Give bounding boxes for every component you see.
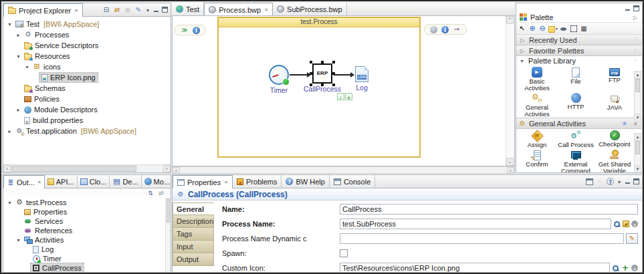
- pin-icon[interactable]: [631, 36, 639, 44]
- sort-icon[interactable]: [146, 189, 154, 197]
- scroll-left-icon[interactable]: ‹: [173, 167, 180, 173]
- general-activities-confirm[interactable]: Confirm: [518, 150, 556, 173]
- focus-icon[interactable]: [124, 6, 132, 14]
- scrollbar-track[interactable]: [180, 167, 507, 173]
- outline-item-test-process[interactable]: ▾test.Process: [3, 198, 171, 207]
- scroll-up-icon[interactable]: ⌃: [506, 16, 514, 24]
- close-icon[interactable]: ✕: [264, 7, 268, 13]
- general-activities-get-shared-variable[interactable]: Get Shared Variable: [595, 150, 634, 173]
- search-icon[interactable]: [612, 265, 619, 272]
- scroll-up-icon[interactable]: ▴: [635, 134, 641, 141]
- scrollbar-thumb[interactable]: [635, 141, 640, 154]
- general-activities-header[interactable]: General Activities: [516, 118, 642, 129]
- new-view-icon[interactable]: [586, 178, 593, 185]
- minimize-icon[interactable]: [625, 178, 631, 184]
- grid-icon[interactable]: [580, 25, 588, 33]
- palette-section-recently-used[interactable]: Recently Used: [516, 35, 642, 45]
- edit-icon[interactable]: [134, 6, 142, 14]
- outline-tab-clo[interactable]: Clo...: [78, 175, 110, 188]
- close-icon[interactable]: ✕: [224, 180, 228, 185]
- project-explorer-horizontal-scrollbar[interactable]: ‹ ›: [3, 164, 171, 172]
- help-icon[interactable]: [607, 178, 614, 185]
- pin-icon[interactable]: [631, 57, 639, 65]
- palette-section-favorite-palettes[interactable]: Favorite Palettes: [516, 45, 642, 56]
- properties-tab-bw-help[interactable]: BW Help: [282, 175, 329, 188]
- search-icon[interactable]: [613, 221, 621, 228]
- link-icon[interactable]: [157, 189, 165, 197]
- properties-subtab-input[interactable]: Input: [173, 241, 214, 253]
- custom-icon-input[interactable]: [340, 263, 610, 273]
- pin-icon[interactable]: [596, 178, 604, 186]
- collapse-arrow-icon[interactable]: ▾: [15, 237, 22, 243]
- outline-vertical-scrollbar[interactable]: [165, 198, 171, 272]
- minimize-icon[interactable]: [153, 7, 159, 13]
- project-explorer-item-test[interactable]: ▾Test[BW6 AppSpace]: [3, 19, 171, 29]
- scroll-down-icon[interactable]: ▾: [635, 165, 641, 172]
- info-icon[interactable]: [441, 26, 449, 33]
- marquee-icon[interactable]: [570, 25, 578, 33]
- project-explorer-item-test-application[interactable]: ▸Test.application[BW6 AppSpace]: [3, 126, 171, 136]
- add-badge-icon[interactable]: [345, 93, 352, 100]
- editor-tab-test[interactable]: Test: [172, 3, 204, 15]
- collapse-all-icon[interactable]: [102, 6, 110, 14]
- connection-icon[interactable]: [560, 25, 568, 33]
- maximize-icon[interactable]: [633, 5, 639, 11]
- outline-item-activities[interactable]: ▾Activities: [3, 235, 171, 245]
- palette-library-basic-activities[interactable]: Basic Activities: [518, 67, 556, 92]
- canvas-vertical-scrollbar[interactable]: ⌃ ⌄: [506, 16, 514, 166]
- palette-library-java[interactable]: JAVA: [595, 93, 634, 118]
- general-activities-external-command[interactable]: External Command: [556, 150, 595, 173]
- expand-arrow-icon[interactable]: ▸: [15, 107, 22, 113]
- project-explorer-item-erp-icon-png[interactable]: ERP Icon.png: [3, 72, 171, 83]
- scroll-down-icon[interactable]: ⌄: [506, 158, 514, 166]
- properties-tab-properties[interactable]: Properties✕: [173, 175, 233, 188]
- canvas-node-timer[interactable]: Timer: [255, 65, 302, 94]
- formula-button-icon[interactable]: [626, 233, 638, 244]
- palette-library-file[interactable]: File: [556, 67, 595, 92]
- close-icon[interactable]: [631, 120, 639, 128]
- process-name-input[interactable]: [340, 219, 611, 229]
- outline-item-services[interactable]: Services: [3, 217, 171, 226]
- close-icon[interactable]: ✕: [37, 180, 41, 185]
- name-input[interactable]: [340, 204, 638, 215]
- web-icon[interactable]: [430, 26, 437, 33]
- outline-tab-api[interactable]: API...: [45, 175, 78, 188]
- scroll-left-icon[interactable]: ‹: [3, 165, 11, 172]
- scroll-right-icon[interactable]: ›: [507, 167, 514, 173]
- start-icon[interactable]: [181, 26, 189, 34]
- note-icon[interactable]: [548, 25, 558, 33]
- edit-badge-icon[interactable]: [337, 93, 344, 100]
- outline-tab-out[interactable]: Out...✕: [3, 175, 45, 188]
- outline-item-timer[interactable]: Timer: [3, 254, 171, 263]
- outline-item-log[interactable]: Log: [3, 245, 171, 254]
- spawn-checkbox[interactable]: [340, 249, 348, 257]
- outline-tab-mo[interactable]: Mo...: [142, 175, 171, 188]
- process-name-dynamic-c-input[interactable]: [340, 233, 624, 244]
- scroll-right-icon[interactable]: ›: [163, 165, 171, 172]
- outline-item-callprocess[interactable]: CallProcess: [3, 263, 171, 273]
- general-activities-checkpoint[interactable]: Checkpoint: [595, 130, 634, 148]
- select-cursor-icon[interactable]: [518, 25, 526, 33]
- properties-tab-problems[interactable]: Problems: [233, 175, 282, 188]
- zoom-in-icon[interactable]: [528, 25, 536, 33]
- general-activities-scrollbar[interactable]: ▴ ▾: [634, 133, 641, 173]
- scroll-up-icon[interactable]: ▴: [635, 72, 641, 79]
- expand-arrow-icon[interactable]: [518, 36, 526, 44]
- collapse-arrow-icon[interactable]: ▾: [518, 58, 526, 64]
- properties-tab-console[interactable]: Console: [330, 175, 375, 188]
- palette-library-header[interactable]: ▾ Palette Library: [516, 56, 642, 65]
- scrollbar-track[interactable]: [11, 165, 163, 172]
- palette-library-ftp[interactable]: FTP: [595, 67, 634, 92]
- project-explorer-item-icons[interactable]: ▾icons: [3, 61, 171, 72]
- view-menu-icon[interactable]: [617, 178, 622, 186]
- palette-library-http[interactable]: HTTP: [556, 93, 595, 118]
- project-explorer-item-build-properties[interactable]: build.properties: [3, 115, 171, 126]
- close-icon[interactable]: ✕: [74, 8, 78, 13]
- properties-subtab-tags[interactable]: Tags: [173, 228, 214, 241]
- palette-library-general-activities[interactable]: General Activities: [518, 93, 556, 118]
- link-with-editor-icon[interactable]: [113, 6, 121, 14]
- palette-library-scrollbar[interactable]: ▴ ▾: [634, 71, 641, 122]
- collapse-arrow-icon[interactable]: ▾: [6, 200, 13, 206]
- view-menu-icon[interactable]: [145, 6, 150, 14]
- collapse-arrow-icon[interactable]: ▾: [6, 21, 13, 27]
